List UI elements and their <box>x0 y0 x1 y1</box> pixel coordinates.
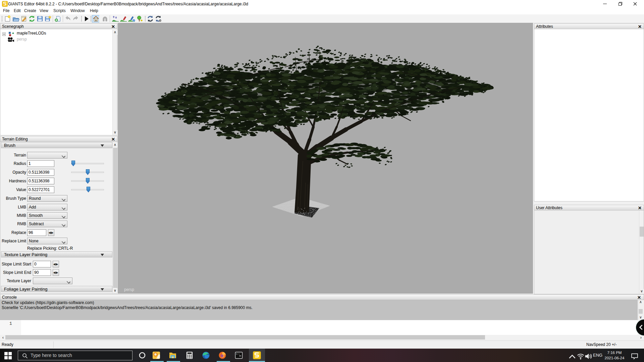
svg-text:C:\: C:\ <box>236 353 240 355</box>
svg-text:i: i <box>133 19 134 22</box>
